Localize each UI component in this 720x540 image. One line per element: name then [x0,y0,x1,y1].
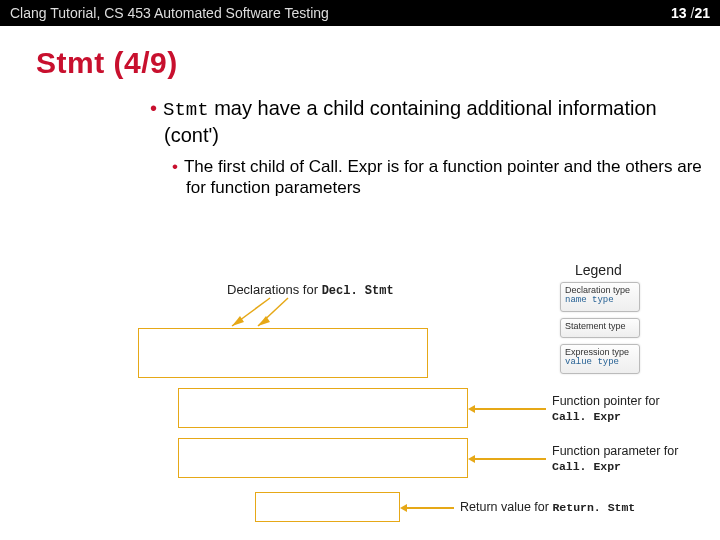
arrow-left-icon [406,507,454,509]
bullet-sub: •The first child of Call. Expr is for a … [172,156,710,199]
bullet-dot-icon: • [172,157,178,176]
legend-box-declaration: Declaration type name type [560,282,640,312]
box-function-param [178,438,468,478]
legend-box-statement: Statement type [560,318,640,338]
legend-box-expression: Expression type value type [560,344,640,374]
slide-title: Stmt (4/9) [36,46,720,80]
caption-return-value: Return value for Return. Stmt [460,500,635,515]
bullet-dot-icon: • [150,97,157,119]
svg-marker-1 [232,316,244,326]
legend-title: Legend [575,262,622,278]
page-counter: 13 /21 [671,5,710,21]
caption-function-param: Function parameter for Call. Expr [552,444,720,474]
bullet-mono: Stmt [163,99,209,121]
arrow-left-icon [474,458,546,460]
box-declarations [138,328,428,378]
bullet-main: •Stmt may have a child containing additi… [150,96,710,148]
caption-function-pointer: Function pointer for Call. Expr [552,394,717,424]
course-title: Clang Tutorial, CS 453 Automated Softwar… [10,5,329,21]
diagram-area: Declarations for Decl. Stmt Legend Decla… [0,250,720,540]
arrow-left-icon [474,408,546,410]
slide-body: •Stmt may have a child containing additi… [150,96,710,198]
bullet-text: may have a child containing additional i… [164,97,657,146]
box-function-pointer [178,388,468,428]
box-return-value [255,492,400,522]
slide-header: Clang Tutorial, CS 453 Automated Softwar… [0,0,720,26]
bullet-sub-text: The first child of Call. Expr is for a f… [184,157,702,197]
